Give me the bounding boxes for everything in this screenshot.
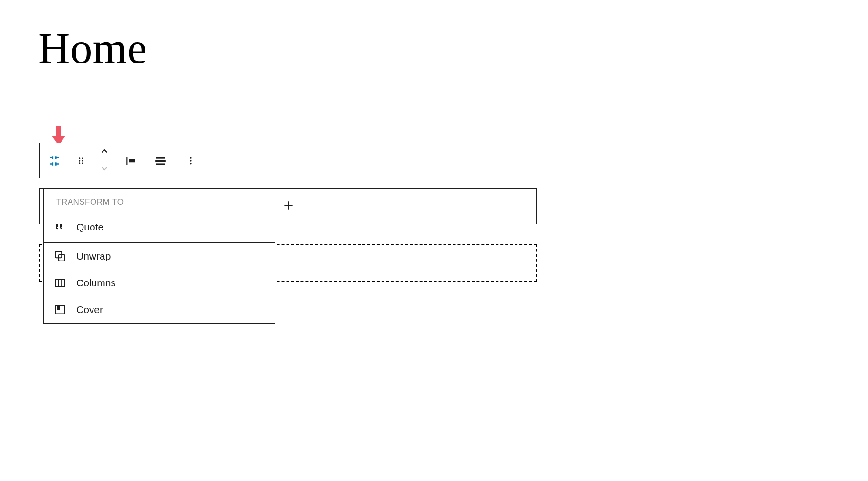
align-width-button[interactable] <box>146 143 176 178</box>
toolbar-group-align <box>116 143 176 178</box>
transform-header: TRANSFORM TO <box>44 189 275 214</box>
move-up-button[interactable] <box>93 143 116 160</box>
cover-icon <box>53 303 67 316</box>
transform-item-columns[interactable]: Columns <box>44 270 275 296</box>
svg-rect-10 <box>155 160 166 162</box>
align-left-icon <box>124 154 138 167</box>
columns-icon <box>53 276 67 290</box>
svg-point-13 <box>190 160 191 161</box>
transform-item-label: Cover <box>76 304 103 315</box>
svg-point-2 <box>82 157 83 159</box>
svg-rect-0 <box>56 126 61 137</box>
plus-icon <box>282 199 295 214</box>
svg-rect-17 <box>55 279 65 286</box>
svg-point-3 <box>79 160 80 161</box>
transform-item-cover[interactable]: Cover <box>44 296 275 323</box>
transform-item-quote[interactable]: Quote <box>44 214 275 243</box>
svg-rect-9 <box>156 157 165 158</box>
transform-item-label: Unwrap <box>76 251 111 262</box>
more-options-button[interactable] <box>176 143 206 178</box>
svg-rect-21 <box>58 305 60 309</box>
transform-dropdown: TRANSFORM TO Quote Unwrap Columns <box>43 188 275 324</box>
align-width-icon <box>154 154 167 167</box>
align-left-button[interactable] <box>116 143 146 178</box>
svg-point-1 <box>79 157 80 159</box>
transform-item-unwrap[interactable]: Unwrap <box>44 243 275 270</box>
drag-handle-button[interactable] <box>69 143 93 178</box>
svg-point-5 <box>79 162 80 164</box>
drag-handle-icon <box>74 154 88 167</box>
quote-icon <box>53 220 67 234</box>
move-buttons <box>93 143 116 178</box>
svg-point-12 <box>190 157 191 158</box>
move-down-button[interactable] <box>93 160 116 178</box>
svg-point-6 <box>82 162 83 164</box>
unwrap-icon <box>53 250 67 263</box>
chevron-down-icon <box>100 164 109 174</box>
toolbar-group-more <box>176 143 206 178</box>
group-icon <box>48 154 61 167</box>
toolbar-group-block <box>40 143 116 178</box>
svg-rect-11 <box>156 163 165 165</box>
block-type-button[interactable] <box>40 143 69 178</box>
page-title: Home <box>38 23 147 73</box>
transform-item-label: Columns <box>76 277 116 289</box>
svg-point-14 <box>190 163 191 164</box>
svg-rect-8 <box>129 159 135 162</box>
more-vertical-icon <box>184 154 197 167</box>
transform-item-label: Quote <box>76 221 103 233</box>
svg-rect-7 <box>126 157 127 165</box>
add-block-button[interactable] <box>273 189 536 224</box>
block-toolbar <box>39 143 206 178</box>
svg-point-4 <box>82 160 83 161</box>
chevron-up-icon <box>100 147 109 157</box>
